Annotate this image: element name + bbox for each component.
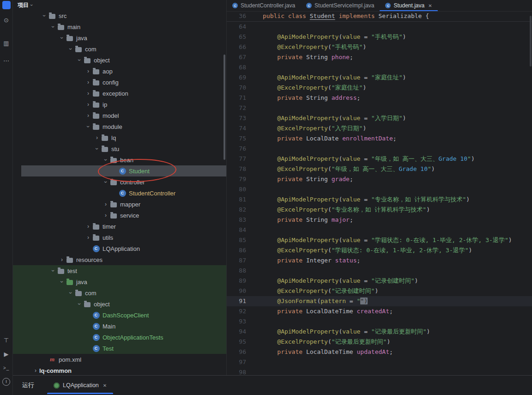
editor-tab-studentcontroller.java[interactable]: CStudentController.java (227, 0, 301, 11)
editor-tab-student.java[interactable]: CStudent.java✕ (380, 0, 437, 11)
code-line-81[interactable]: 81 @ApiModelProperty(value = "专业名称，如 计算机… (227, 194, 532, 205)
line-number[interactable]: 88 (227, 266, 254, 276)
chevron-right-icon[interactable]: › (85, 234, 92, 241)
line-number[interactable]: 92 (227, 306, 254, 316)
code-line-73[interactable]: 73 @ApiModelProperty(value = "入学日期") (227, 113, 532, 123)
code-line-95[interactable]: 95 @ExcelProperty("记录最后更新时间") (227, 337, 532, 347)
chevron-right-icon[interactable]: › (102, 201, 109, 207)
tree-item-bean[interactable]: ›bean (13, 154, 226, 165)
chevron-right-icon[interactable]: › (85, 90, 92, 97)
code-line-75[interactable]: 75 private LocalDate enrollmentDate; (227, 134, 532, 144)
tree-item-aop[interactable]: ›aop (13, 66, 226, 77)
chevron-down-icon[interactable]: › (76, 300, 83, 308)
run-toolwindow-title[interactable]: 运行 (22, 381, 34, 389)
tree-item-stu[interactable]: ›stu (13, 143, 226, 154)
code-line-94[interactable]: 94 @ApiModelProperty(value = "记录最后更新时间") (227, 327, 532, 337)
terminal-icon[interactable]: >_ (1, 363, 12, 373)
line-number[interactable]: 85 (227, 235, 254, 245)
tree-item-main[interactable]: ›CMain (13, 321, 226, 332)
tree-item-exception[interactable]: ›exception (13, 88, 226, 99)
code-line-93[interactable]: 93 (227, 316, 532, 327)
code-line-36[interactable]: 36public class Student implements Serial… (227, 11, 532, 22)
code-line-96[interactable]: 96 private LocalDateTime updatedAt; (227, 347, 532, 357)
line-number[interactable]: 84 (227, 225, 254, 235)
line-number[interactable]: 66 (227, 42, 254, 52)
line-number[interactable]: 87 (227, 255, 254, 266)
code-line-85[interactable]: 85 @ApiModelProperty(value = "学籍状态: 0-在读… (227, 235, 532, 245)
line-number[interactable]: 78 (227, 164, 254, 174)
line-number[interactable]: 73 (227, 113, 254, 123)
chevron-right-icon[interactable]: › (102, 212, 109, 219)
tree-item-mapper[interactable]: ›mapper (13, 199, 226, 210)
chevron-down-icon[interactable]: › (103, 178, 109, 186)
tree-item-resources[interactable]: ›resources (13, 254, 226, 265)
tree-item-service[interactable]: ›service (13, 210, 226, 221)
editor-scrollbar[interactable] (530, 16, 532, 67)
tree-item-com[interactable]: ›com (13, 287, 226, 298)
chevron-right-icon[interactable]: › (85, 112, 92, 119)
line-number[interactable]: 64 (227, 22, 254, 32)
line-number[interactable]: 81 (227, 194, 254, 205)
line-number[interactable]: 95 (227, 337, 254, 347)
line-number[interactable]: 67 (227, 52, 254, 62)
code-line-67[interactable]: 67 private String phone; (227, 52, 532, 62)
run-config-tab[interactable]: LQApplication ✕ (47, 376, 113, 395)
chevron-down-icon[interactable]: › (67, 45, 74, 53)
chevron-down-icon[interactable]: › (59, 278, 65, 286)
hide-panel-icon[interactable]: − (18, 1, 26, 9)
structure-icon[interactable]: ▥ (1, 38, 12, 48)
tree-item-object[interactable]: ›object (13, 55, 226, 66)
tree-item-utils[interactable]: ›utils (13, 232, 226, 243)
code-line-92[interactable]: 92 private LocalDateTime createdAt; (227, 306, 532, 316)
line-number[interactable]: 83 (227, 215, 254, 225)
code-line-83[interactable]: 83 private String major; (227, 215, 532, 225)
tree-item-model[interactable]: ›model (13, 110, 226, 121)
more-tools-icon[interactable]: ⋯ (1, 55, 12, 66)
chevron-right-icon[interactable]: › (93, 134, 101, 141)
close-icon[interactable]: ✕ (103, 383, 107, 388)
code-line-64[interactable]: 64 (227, 22, 532, 32)
tree-item-timer[interactable]: ›timer (13, 221, 226, 232)
tree-item-dashscopeclient[interactable]: ›CDashScopeClient (13, 310, 226, 321)
line-number[interactable]: 97 (227, 357, 254, 367)
tree-item-module[interactable]: ›module (13, 121, 226, 132)
tree-item-test[interactable]: ›CTest (13, 343, 226, 354)
tree-item-student[interactable]: ›CStudent (13, 165, 226, 176)
chevron-right-icon[interactable]: › (85, 79, 92, 85)
code-line-88[interactable]: 88 (227, 266, 532, 276)
tree-item-lq-common[interactable]: ›lq-common (13, 365, 226, 375)
code-line-70[interactable]: 70 @ExcelProperty("家庭住址") (227, 83, 532, 93)
code-line-84[interactable]: 84 (227, 225, 532, 235)
tree-item-object[interactable]: ›object (13, 298, 226, 310)
line-number[interactable]: 86 (227, 245, 254, 255)
chevron-right-icon[interactable]: › (85, 223, 92, 230)
code-line-68[interactable]: 68 (227, 62, 532, 73)
line-number[interactable]: 75 (227, 134, 254, 144)
code-line-79[interactable]: 79 private String grade; (227, 174, 532, 184)
code-line-80[interactable]: 80 (227, 184, 532, 194)
chevron-down-icon[interactable]: › (50, 267, 56, 274)
line-number[interactable]: 65 (227, 32, 254, 42)
problems-icon[interactable]: ! (1, 377, 12, 387)
chevron-right-icon[interactable]: › (85, 68, 92, 74)
tree-item-src[interactable]: ›src (13, 10, 226, 21)
line-number[interactable]: 79 (227, 174, 254, 184)
code-line-87[interactable]: 87 private Integer status; (227, 255, 532, 266)
line-number[interactable]: 82 (227, 205, 254, 215)
tree-item-main[interactable]: ›main (13, 21, 226, 32)
tree-scrollbar[interactable] (224, 55, 225, 160)
line-number[interactable]: 36 (227, 11, 254, 21)
code-line-65[interactable]: 65 @ApiModelProperty(value = "手机号码") (227, 32, 532, 42)
code-line-72[interactable]: 72 (227, 103, 532, 113)
code-line-86[interactable]: 86 @ExcelProperty("学籍状态: 0-在读, 1-毕业, 2-休… (227, 245, 532, 255)
tree-item-java[interactable]: ›java (13, 32, 226, 43)
code-line-74[interactable]: 74 @ExcelProperty("入学日期") (227, 123, 532, 134)
code-line-98[interactable]: 98 (227, 367, 532, 375)
tree-item-lqapplication[interactable]: ›CLQApplication (13, 243, 226, 254)
line-number[interactable]: 68 (227, 62, 254, 73)
line-number[interactable]: 96 (227, 347, 254, 357)
line-number[interactable]: 70 (227, 83, 254, 93)
chevron-right-icon[interactable]: › (58, 256, 66, 263)
line-number[interactable]: 72 (227, 103, 254, 113)
close-icon[interactable]: ✕ (428, 3, 432, 8)
